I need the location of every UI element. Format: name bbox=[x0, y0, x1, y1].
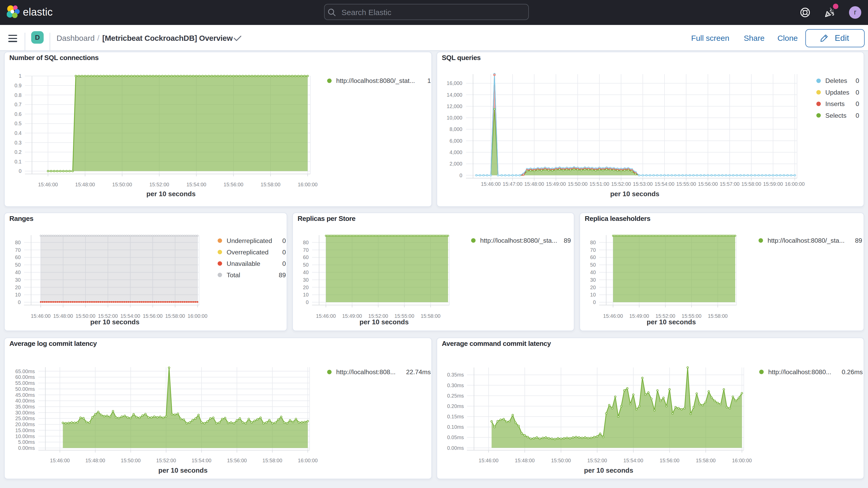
svg-text:20: 20 bbox=[590, 284, 596, 290]
svg-text:0.30ms: 0.30ms bbox=[447, 383, 464, 388]
svg-text:0: 0 bbox=[856, 89, 859, 96]
svg-text:per 10 seconds: per 10 seconds bbox=[158, 466, 207, 474]
svg-text:14,000: 14,000 bbox=[447, 92, 462, 98]
svg-text:15:46:00: 15:46:00 bbox=[38, 182, 58, 187]
svg-text:per 10 seconds: per 10 seconds bbox=[610, 190, 659, 198]
svg-text:16:00:00: 16:00:00 bbox=[188, 313, 207, 319]
svg-text:http://localhost:8080/_sta...: http://localhost:8080/_sta... bbox=[768, 237, 844, 244]
svg-text:15:59:00: 15:59:00 bbox=[763, 181, 783, 187]
svg-text:60: 60 bbox=[303, 254, 309, 260]
svg-text:22.74ms: 22.74ms bbox=[406, 368, 431, 375]
svg-text:15:58:00: 15:58:00 bbox=[262, 458, 282, 463]
svg-text:http://localhost:808...: http://localhost:808... bbox=[336, 368, 396, 375]
svg-text:0.9: 0.9 bbox=[14, 83, 22, 88]
svg-text:15:52:00: 15:52:00 bbox=[587, 458, 607, 463]
svg-text:15:52:00: 15:52:00 bbox=[156, 458, 176, 463]
svg-text:10: 10 bbox=[303, 292, 309, 298]
svg-text:per 10 seconds: per 10 seconds bbox=[146, 190, 195, 198]
svg-text:Overreplicated: Overreplicated bbox=[227, 249, 269, 256]
svg-text:15:50:00: 15:50:00 bbox=[568, 181, 588, 187]
svg-text:0.15ms: 0.15ms bbox=[447, 414, 464, 419]
svg-text:25.00ms: 25.00ms bbox=[16, 416, 35, 421]
svg-text:4,000: 4,000 bbox=[450, 149, 462, 155]
svg-text:15:54:00: 15:54:00 bbox=[191, 458, 211, 463]
svg-text:Unavailable: Unavailable bbox=[227, 260, 260, 267]
svg-text:30: 30 bbox=[15, 277, 21, 283]
svg-text:1: 1 bbox=[19, 73, 22, 79]
svg-text:15:58:00: 15:58:00 bbox=[165, 313, 185, 319]
svg-text:15.00ms: 15.00ms bbox=[16, 427, 35, 433]
svg-text:35.00ms: 35.00ms bbox=[16, 404, 35, 409]
svg-text:15:56:00: 15:56:00 bbox=[143, 313, 162, 319]
svg-text:0.6: 0.6 bbox=[14, 111, 22, 117]
svg-text:40: 40 bbox=[590, 270, 596, 275]
svg-text:15:56:00: 15:56:00 bbox=[227, 458, 247, 463]
svg-text:0: 0 bbox=[856, 112, 859, 119]
svg-text:15:58:00: 15:58:00 bbox=[741, 181, 761, 187]
svg-text:70: 70 bbox=[303, 247, 309, 253]
svg-text:60.00ms: 60.00ms bbox=[16, 374, 35, 380]
svg-text:0: 0 bbox=[19, 168, 22, 174]
svg-text:0.2: 0.2 bbox=[14, 149, 22, 155]
svg-text:15:46:00: 15:46:00 bbox=[316, 313, 336, 319]
svg-text:5.00ms: 5.00ms bbox=[18, 439, 35, 445]
svg-text:15:48:00: 15:48:00 bbox=[75, 182, 95, 187]
svg-text:15:58:00: 15:58:00 bbox=[421, 313, 440, 319]
svg-text:80: 80 bbox=[303, 240, 309, 245]
svg-text:0.8: 0.8 bbox=[14, 92, 22, 98]
svg-text:0: 0 bbox=[856, 77, 859, 84]
svg-text:15:51:00: 15:51:00 bbox=[589, 181, 609, 187]
svg-text:20: 20 bbox=[303, 284, 309, 290]
svg-text:30.00ms: 30.00ms bbox=[16, 410, 35, 416]
svg-text:0.05ms: 0.05ms bbox=[447, 434, 464, 440]
svg-text:50: 50 bbox=[590, 262, 596, 268]
svg-text:15:58:00: 15:58:00 bbox=[696, 458, 715, 463]
svg-text:40: 40 bbox=[303, 270, 309, 275]
svg-text:0.3: 0.3 bbox=[14, 140, 22, 146]
svg-text:15:46:00: 15:46:00 bbox=[603, 313, 623, 319]
svg-text:16:00:00: 16:00:00 bbox=[732, 458, 752, 463]
svg-text:0.5: 0.5 bbox=[14, 121, 22, 126]
svg-text:50: 50 bbox=[303, 262, 309, 268]
svg-text:0: 0 bbox=[282, 260, 286, 267]
svg-text:20.00ms: 20.00ms bbox=[16, 422, 35, 427]
svg-text:Selects: Selects bbox=[826, 112, 846, 119]
svg-text:http://localhost:8080...: http://localhost:8080... bbox=[768, 368, 831, 375]
svg-text:2,000: 2,000 bbox=[450, 161, 462, 166]
svg-text:15:48:00: 15:48:00 bbox=[85, 458, 105, 463]
svg-text:15:48:00: 15:48:00 bbox=[515, 458, 534, 463]
svg-text:0.20ms: 0.20ms bbox=[447, 403, 464, 409]
svg-text:Inserts: Inserts bbox=[826, 100, 845, 107]
svg-text:15:50:00: 15:50:00 bbox=[112, 182, 132, 187]
svg-text:60: 60 bbox=[15, 254, 21, 260]
svg-text:20: 20 bbox=[15, 284, 21, 290]
svg-text:30: 30 bbox=[590, 277, 596, 283]
svg-text:15:54:00: 15:54:00 bbox=[623, 458, 643, 463]
svg-text:0: 0 bbox=[18, 299, 21, 305]
svg-text:16:00:00: 16:00:00 bbox=[298, 458, 317, 463]
svg-text:6,000: 6,000 bbox=[450, 138, 462, 144]
svg-text:80: 80 bbox=[15, 240, 21, 245]
svg-text:70: 70 bbox=[15, 247, 21, 253]
svg-text:60: 60 bbox=[590, 254, 596, 260]
svg-text:15:54:00: 15:54:00 bbox=[186, 182, 206, 187]
svg-text:0.35ms: 0.35ms bbox=[447, 372, 464, 377]
svg-text:45.00ms: 45.00ms bbox=[16, 392, 35, 398]
svg-text:0.4: 0.4 bbox=[14, 130, 22, 136]
svg-text:15:47:00: 15:47:00 bbox=[503, 181, 522, 187]
svg-text:0: 0 bbox=[306, 299, 309, 305]
svg-text:15:48:00: 15:48:00 bbox=[524, 181, 544, 187]
svg-text:per 10 seconds: per 10 seconds bbox=[90, 318, 139, 326]
svg-text:15:48:00: 15:48:00 bbox=[53, 313, 73, 319]
svg-text:0.1: 0.1 bbox=[14, 159, 22, 164]
svg-text:0.00ms: 0.00ms bbox=[18, 445, 35, 451]
svg-text:15:49:00: 15:49:00 bbox=[546, 181, 566, 187]
svg-text:0.10ms: 0.10ms bbox=[447, 424, 464, 430]
svg-text:55.00ms: 55.00ms bbox=[16, 380, 35, 386]
svg-text:0.7: 0.7 bbox=[14, 101, 22, 107]
svg-text:50.00ms: 50.00ms bbox=[16, 386, 35, 392]
svg-text:15:54:00: 15:54:00 bbox=[655, 181, 674, 187]
svg-text:Deletes: Deletes bbox=[826, 77, 847, 84]
svg-text:89: 89 bbox=[564, 237, 571, 244]
svg-text:0: 0 bbox=[856, 100, 859, 107]
